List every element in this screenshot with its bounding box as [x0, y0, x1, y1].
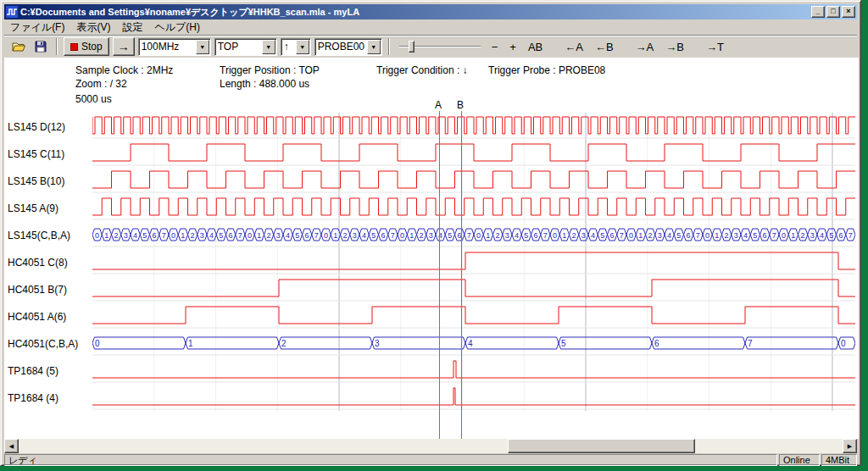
stop-button[interactable]: Stop	[64, 37, 109, 56]
svg-text:1: 1	[562, 231, 566, 240]
goto-a-back-button[interactable]: ←A	[560, 39, 587, 55]
svg-text:0: 0	[400, 231, 404, 240]
svg-text:6: 6	[654, 339, 659, 348]
chevron-down-icon[interactable]: ▼	[296, 40, 309, 54]
menu-view[interactable]: 表示(V)	[70, 19, 116, 36]
sample-clock-select[interactable]: 100MHz ▼	[138, 38, 211, 56]
menu-settings[interactable]: 設定	[116, 19, 148, 36]
chevron-down-icon[interactable]: ▼	[262, 40, 275, 54]
svg-text:5: 5	[295, 231, 299, 240]
status-ready: レディ	[4, 454, 777, 466]
svg-text:1: 1	[181, 231, 185, 240]
length-label: Length : 488.000 us	[220, 78, 309, 90]
title-bar[interactable]: C:¥Documents and Settings¥noname¥デスクトップ¥…	[4, 4, 857, 19]
svg-text:3: 3	[810, 231, 815, 240]
marker-a-line[interactable]	[439, 111, 440, 439]
zoom-in-button[interactable]: +	[505, 39, 520, 55]
svg-text:2: 2	[281, 339, 287, 348]
channel-label-8[interactable]: HC4051(C,B,A)	[8, 338, 78, 350]
svg-text:3: 3	[124, 231, 128, 240]
svg-text:1: 1	[188, 339, 193, 348]
channel-label-9[interactable]: TP1684 (5)	[8, 365, 58, 377]
goto-b-forward-button[interactable]: →B	[661, 39, 688, 55]
toolbar-separator	[56, 38, 58, 55]
ab-button[interactable]: AB	[524, 39, 547, 55]
svg-text:3: 3	[734, 231, 738, 240]
svg-text:7: 7	[748, 339, 753, 348]
svg-text:1: 1	[257, 231, 261, 240]
channel-label-5[interactable]: HC4051 C(8)	[8, 257, 68, 269]
menu-file[interactable]: ファイル(F)	[4, 19, 70, 36]
run-button[interactable]: →	[113, 37, 135, 56]
svg-text:4: 4	[515, 231, 519, 240]
svg-text:1: 1	[791, 231, 795, 240]
maximize-button[interactable]: □	[826, 6, 840, 18]
svg-text:1: 1	[104, 231, 108, 240]
svg-text:6: 6	[153, 231, 157, 240]
window-title: C:¥Documents and Settings¥noname¥デスクトップ¥…	[18, 6, 810, 19]
channel-label-1[interactable]: LS145 C(11)	[8, 148, 64, 160]
zoom-out-button[interactable]: −	[487, 39, 503, 55]
zoom-slider[interactable]	[399, 38, 481, 55]
svg-text:5: 5	[676, 231, 681, 240]
svg-text:4: 4	[468, 339, 473, 348]
scroll-thumb[interactable]	[508, 439, 695, 453]
svg-text:0: 0	[248, 231, 252, 240]
trigger-edge-select[interactable]: ↑ ▼	[281, 38, 311, 56]
client-area: Sample Clock : 2MHz Trigger Position : T…	[4, 58, 859, 439]
close-button[interactable]: ×	[842, 6, 855, 18]
svg-text:1: 1	[409, 231, 414, 240]
svg-text:6: 6	[305, 231, 309, 240]
floppy-disk-icon	[34, 40, 47, 53]
channel-label-10[interactable]: TP1684 (4)	[8, 392, 58, 404]
svg-text:3: 3	[581, 231, 586, 240]
scroll-right-button[interactable]: ▶	[843, 439, 857, 453]
channel-label-0[interactable]: LS145 D(12)	[8, 121, 65, 133]
horizontal-scrollbar[interactable]: ◀ ▶	[4, 439, 857, 453]
goto-b-back-button[interactable]: ←B	[591, 39, 618, 55]
svg-text:7: 7	[162, 231, 166, 240]
trigger-position-select[interactable]: TOP ▼	[214, 38, 277, 56]
chevron-down-icon[interactable]: ▼	[367, 40, 381, 54]
svg-text:5: 5	[142, 231, 147, 240]
open-button[interactable]	[9, 37, 28, 56]
svg-text:5: 5	[448, 231, 452, 240]
trigger-condition-label: Trigger Condition : ↓	[376, 64, 468, 76]
scroll-left-button[interactable]: ◀	[4, 439, 19, 453]
svg-text:3: 3	[658, 231, 662, 240]
svg-text:2: 2	[725, 231, 729, 240]
svg-text:5: 5	[600, 231, 604, 240]
svg-text:5: 5	[561, 339, 566, 348]
svg-text:0: 0	[841, 339, 846, 348]
svg-text:3: 3	[276, 231, 281, 240]
menu-help[interactable]: ヘルプ(H)	[148, 19, 206, 36]
save-button[interactable]	[31, 37, 50, 56]
svg-text:4: 4	[591, 231, 595, 240]
minimize-button[interactable]: _	[811, 6, 825, 18]
goto-a-forward-button[interactable]: →A	[632, 39, 659, 55]
svg-text:2: 2	[801, 231, 805, 240]
svg-text:0: 0	[95, 231, 99, 240]
chevron-down-icon[interactable]: ▼	[196, 40, 209, 54]
goto-trigger-button[interactable]: →T	[702, 39, 728, 55]
svg-text:7: 7	[620, 231, 624, 240]
channel-label-6[interactable]: HC4051 B(7)	[8, 284, 67, 296]
zoom-slider-thumb[interactable]	[409, 41, 415, 53]
marker-b-line[interactable]	[461, 111, 462, 439]
status-online: Online	[779, 454, 820, 466]
waveform-plot[interactable]: 0123456701234567012345670123456701234567…	[92, 113, 855, 411]
svg-text:0: 0	[476, 231, 481, 240]
svg-text:1: 1	[715, 231, 719, 240]
svg-text:3: 3	[353, 231, 357, 240]
channel-label-2[interactable]: LS145 B(10)	[8, 175, 64, 187]
sample-clock-label: Sample Clock : 2MHz	[75, 64, 173, 76]
channel-label-4[interactable]: LS145(C,B,A)	[8, 230, 70, 241]
svg-text:4: 4	[209, 231, 214, 240]
trigger-probe-select[interactable]: PROBE00 ▼	[314, 38, 382, 56]
channel-label-7[interactable]: HC4051 A(6)	[8, 311, 66, 323]
channel-label-3[interactable]: LS145 A(9)	[8, 202, 58, 214]
stop-icon	[70, 43, 78, 51]
app-icon	[6, 6, 18, 18]
svg-text:2: 2	[420, 231, 424, 240]
svg-text:0: 0	[553, 231, 557, 240]
